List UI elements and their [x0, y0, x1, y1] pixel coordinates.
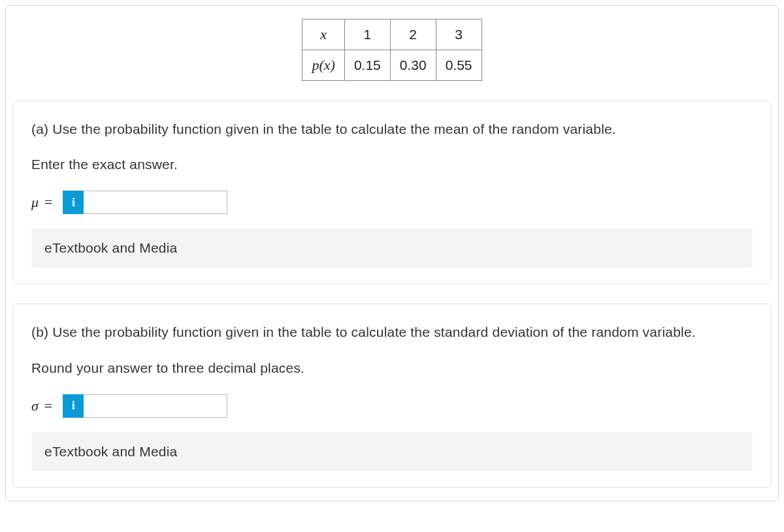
table-row: p(x) 0.15 0.30 0.55: [302, 50, 482, 81]
x-val-1: 1: [344, 20, 390, 50]
mu-label: μ =: [31, 194, 54, 211]
part-b-question: (b) Use the probability function given i…: [31, 322, 753, 341]
main-card: x 1 2 3 p(x) 0.15 0.30 0.55 (a) Use the …: [5, 5, 779, 501]
part-b-answer-row: σ = i: [31, 394, 753, 418]
x-label: x: [302, 20, 344, 50]
part-a-answer-row: μ = i: [31, 191, 753, 214]
probability-table-wrap: x 1 2 3 p(x) 0.15 0.30 0.55: [12, 19, 772, 81]
table-row: x 1 2 3: [302, 20, 482, 50]
part-a-question: (a) Use the probability function given i…: [31, 119, 753, 138]
part-b-card: (b) Use the probability function given i…: [12, 304, 772, 487]
part-a-instruction: Enter the exact answer.: [31, 157, 753, 172]
mu-input[interactable]: [84, 191, 227, 214]
px-val-1: 0.15: [344, 50, 390, 81]
info-icon[interactable]: i: [63, 394, 84, 418]
etextbook-link[interactable]: eTextbook and Media: [31, 432, 753, 471]
part-a-card: (a) Use the probability function given i…: [12, 101, 772, 284]
sigma-input[interactable]: [84, 394, 227, 418]
px-label: p(x): [302, 50, 344, 81]
px-val-2: 0.30: [390, 50, 436, 81]
px-val-3: 0.55: [436, 50, 482, 81]
probability-table: x 1 2 3 p(x) 0.15 0.30 0.55: [302, 19, 482, 81]
x-val-3: 3: [436, 20, 482, 50]
etextbook-link[interactable]: eTextbook and Media: [31, 228, 753, 268]
part-b-instruction: Round your answer to three decimal place…: [31, 360, 753, 376]
x-val-2: 2: [390, 20, 436, 50]
info-icon[interactable]: i: [63, 191, 84, 214]
sigma-label: σ =: [31, 398, 54, 415]
